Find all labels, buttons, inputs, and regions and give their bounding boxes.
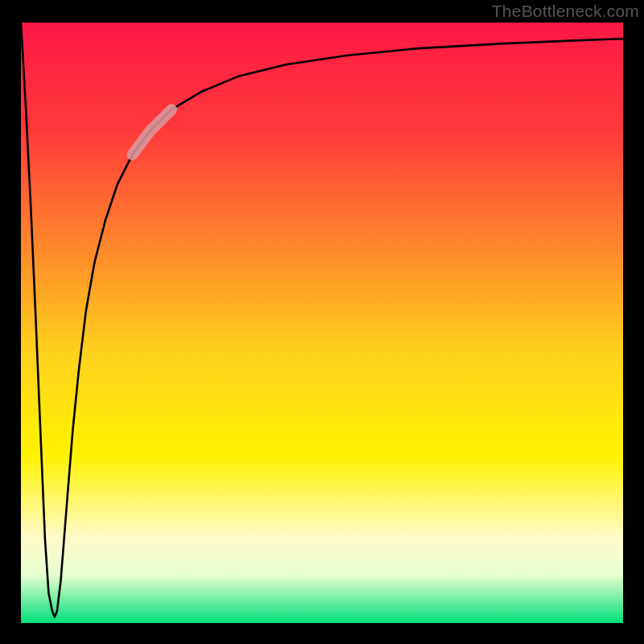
chart-stage: TheBottleneck.com [0,0,644,644]
plot-area [21,23,623,623]
bottleneck-chart [0,0,644,644]
watermark-text: TheBottleneck.com [492,2,639,21]
